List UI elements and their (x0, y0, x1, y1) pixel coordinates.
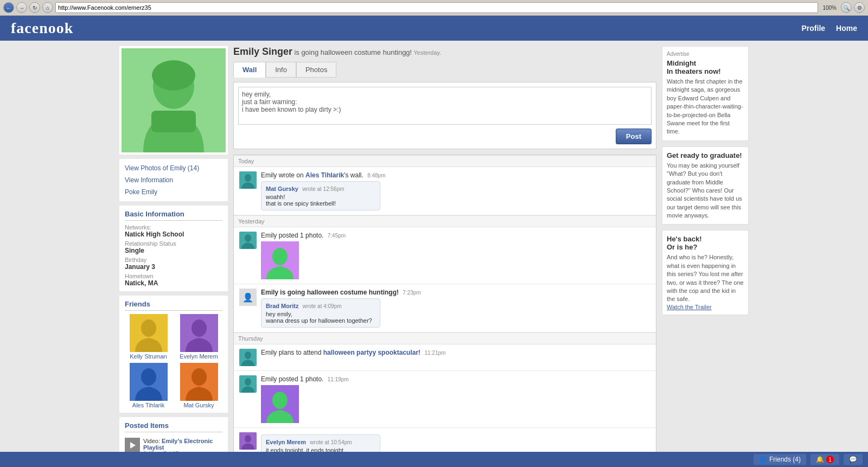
date-thursday: Thursday (234, 332, 656, 344)
poke-emily-link[interactable]: Poke Emily (119, 186, 228, 198)
profile-tabs: Wall Info Photos (233, 62, 656, 78)
svg-point-11 (192, 368, 207, 386)
friend-kelly-avatar (130, 314, 168, 352)
svg-point-2 (152, 60, 195, 91)
ad-2: He's back!Or is he? And who is he? Hones… (662, 230, 749, 315)
friend-ales-avatar (130, 363, 168, 401)
notifications-button[interactable]: 🔔 1 (810, 454, 839, 465)
zoom-button[interactable]: 🔍 (841, 2, 852, 13)
birthday-label: Birthday (125, 257, 222, 263)
ad-0-title: MidnightIn theaters now! (667, 59, 744, 75)
profile-avatar-svg (122, 48, 226, 152)
ad-1: Get ready to graduate! You may be asking… (662, 146, 749, 225)
url-bar[interactable] (55, 2, 818, 13)
svg-point-17 (245, 234, 251, 242)
friends-label: Friends (4) (769, 456, 801, 463)
view-photos-link[interactable]: View Photos of Emily (14) (119, 162, 228, 174)
comment-0-time: wrote at 12:56pm (302, 186, 344, 192)
svg-point-25 (272, 392, 288, 409)
feed-item-4-content: Emily posted 1 photo. 11:19pm (261, 375, 650, 423)
friend-evelyn-name: Evelyn Merem (175, 353, 222, 360)
friend-evelyn-svg (180, 314, 218, 352)
feed-item-4-photo (261, 385, 299, 423)
ad-0-label: Advertise (667, 51, 744, 57)
feed-item-0: Emily wrote on Ales Tihlarik's wall. 8:4… (234, 167, 656, 215)
center-content: Emily Singer is going halloween costume … (233, 46, 656, 467)
feed-item-5-avatar (239, 432, 257, 450)
browser-chrome: ← → ↻ ⌂ 100% 🔍 ⚙ (0, 0, 868, 16)
friends-section: Friends Kelly Struman (119, 296, 228, 413)
nav-links: Profile Home (802, 24, 857, 33)
feed-item-1-avatar (239, 232, 257, 249)
friends-button[interactable]: 👤 Friends (4) (754, 454, 806, 465)
feed-item-0-content: Emily wrote on Ales Tihlarik's wall. 8:4… (261, 171, 650, 210)
posted-item-text: Video: Emily's Electronic Playlist (143, 438, 222, 451)
feed-item-3-avatar (239, 349, 257, 366)
refresh-button[interactable]: ↻ (29, 2, 40, 13)
svg-point-5 (141, 319, 156, 337)
feed-item-1-content: Emily posted 1 photo. 7:45pm (261, 232, 650, 279)
feed-item-4-avatar (239, 375, 257, 393)
feed-item-3-link[interactable]: halloween partyy spooktacular! (323, 349, 420, 356)
feed-item-3-time: 11:21pm (424, 350, 445, 356)
tab-wall[interactable]: Wall (233, 62, 266, 78)
date-yesterday: Yesterday (234, 215, 656, 227)
date-today: Today (234, 155, 656, 167)
feed-item-3-text: Emily plans to attend halloween partyy s… (261, 349, 650, 356)
feed-item-1-photo (261, 241, 299, 279)
friend-ales[interactable]: Ales Tihlarik (125, 363, 172, 408)
tab-info[interactable]: Info (266, 62, 296, 78)
post-button[interactable]: Post (616, 129, 652, 144)
profile-pic (122, 48, 226, 152)
back-button[interactable]: ← (3, 2, 14, 13)
forward-button[interactable]: → (16, 2, 27, 13)
friend-mat-avatar (180, 363, 218, 401)
posted-item-type: Video: (143, 438, 160, 444)
settings-button[interactable]: ⚙ (854, 2, 865, 13)
friend-evelyn[interactable]: Evelyn Merem (175, 314, 222, 360)
browser-toolbar: ← → ↻ ⌂ 100% 🔍 ⚙ (0, 0, 868, 15)
feed-item-0-link[interactable]: Ales Tihlarik (305, 171, 344, 179)
feed-item-4: Emily posted 1 photo. 11:19pm (234, 371, 656, 428)
friend-mat-svg (180, 363, 218, 401)
logo: facenook (11, 20, 73, 37)
comment-0-author[interactable]: Mat Gursky (266, 185, 298, 192)
chat-button[interactable]: 💬 (844, 454, 863, 465)
ad-2-link[interactable]: Watch the Trailer (667, 304, 744, 310)
friend-mat[interactable]: Mat Gursky (175, 363, 222, 408)
comment-5-author[interactable]: Evelyn Merem (266, 439, 306, 445)
hometown-label: Hometown (125, 273, 222, 279)
feed-item-0-text: Emily wrote on Ales Tihlarik's wall. 8:4… (261, 171, 650, 179)
feed-item-4-text: Emily posted 1 photo. 11:19pm (261, 375, 650, 383)
profile-name-area: Emily Singer is going halloween costume … (233, 46, 441, 57)
posted-item-thumb (125, 438, 140, 453)
left-sidebar: View Photos of Emily (14) View Informati… (119, 46, 228, 467)
friend-kelly-name: Kelly Struman (125, 353, 172, 360)
basic-info-section: Basic Information Networks: Natick High … (119, 206, 228, 291)
feed: Today Emily wrote on Ales Tihlarik's wal… (233, 155, 656, 467)
svg-point-7 (192, 319, 207, 337)
ad-0-text: Watch the first chapter in the midnight … (667, 78, 744, 136)
friend-kelly[interactable]: Kelly Struman (125, 314, 172, 360)
bottom-bar: 👤 Friends (4) 🔔 1 💬 (0, 452, 868, 467)
profile-status-action: is going halloween costume huntingg! (294, 48, 412, 56)
view-information-link[interactable]: View Information (119, 174, 228, 186)
comment-5-time: wrote at 10:54pm (310, 439, 352, 445)
svg-rect-3 (151, 111, 196, 132)
home-button[interactable]: ⌂ (42, 2, 53, 13)
post-textarea[interactable]: hey emily, just a fairr warning: i have … (238, 87, 652, 125)
profile-name: Emily Singer (233, 46, 292, 57)
comment-2-text: hey emily,wanna dress up for halloween t… (266, 311, 375, 324)
feed-item-0-avatar (239, 171, 257, 189)
comment-2-author[interactable]: Brad Moritz (266, 303, 299, 309)
tab-photos[interactable]: Photos (296, 62, 336, 78)
ad-2-text: And who is he? Honestly, what is even ha… (667, 253, 744, 303)
friend-kelly-svg (130, 314, 168, 352)
feed-item-3-content: Emily plans to attend halloween partyy s… (261, 349, 650, 356)
feed-item-2-content: Emily is going halloween costume hunting… (261, 289, 650, 328)
profile-nav-link[interactable]: Profile (802, 24, 826, 33)
ad-2-title: He's back!Or is he? (667, 235, 744, 251)
profile-status-time: Yesterday. (414, 49, 442, 56)
home-nav-link[interactable]: Home (836, 24, 857, 33)
relationship-label: Relationship Status (125, 240, 222, 247)
